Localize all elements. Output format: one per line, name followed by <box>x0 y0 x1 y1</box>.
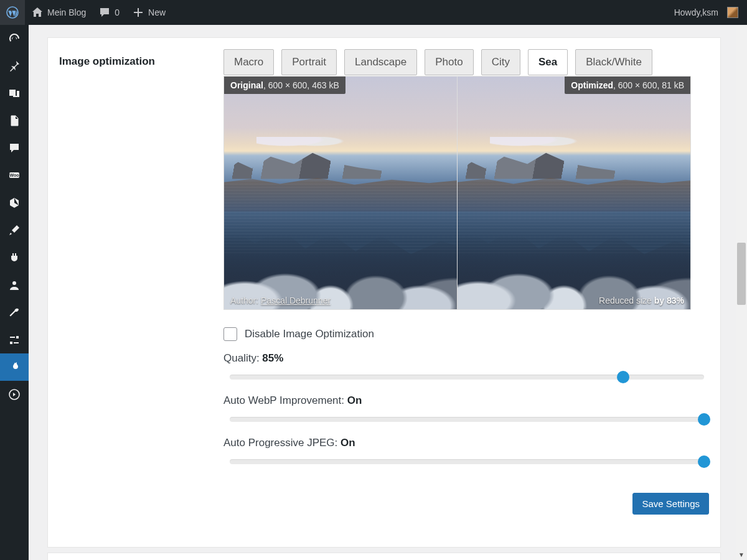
webp-slider[interactable] <box>230 413 704 426</box>
settings-panel: Image optimization MacroPortraitLandscap… <box>47 37 721 548</box>
svg-point-3 <box>12 281 16 285</box>
admin-menu: Woo <box>0 25 29 560</box>
webp-slider-thumb[interactable] <box>698 413 710 426</box>
site-name-menu[interactable]: Mein Blog <box>25 0 92 25</box>
image-optimized: Optimized, 600 × 600, 81 kB Reduced size… <box>457 76 691 310</box>
next-panel-peek <box>47 553 721 560</box>
cube-icon <box>7 196 21 210</box>
quality-slider[interactable] <box>230 371 704 383</box>
scroll-down-arrow-icon[interactable]: ▼ <box>736 549 747 560</box>
disable-optimization-row: Disable Image Optimization <box>223 327 709 341</box>
menu-tools[interactable] <box>0 299 29 326</box>
disable-optimization-label: Disable Image Optimization <box>245 328 374 340</box>
sliders-icon <box>7 333 21 347</box>
quality-slider-thumb[interactable] <box>617 371 629 383</box>
save-settings-button[interactable]: Save Settings <box>632 493 709 515</box>
wp-logo-menu[interactable] <box>0 0 25 25</box>
scroll-thumb[interactable] <box>737 243 746 305</box>
comments-count: 0 <box>115 7 120 17</box>
plus-icon <box>132 6 144 19</box>
tab-macro[interactable]: Macro <box>223 49 274 75</box>
optimized-badge: Optimized, 600 × 600, 81 kB <box>565 77 690 94</box>
pin-icon <box>7 59 21 73</box>
tab-photo[interactable]: Photo <box>425 49 473 75</box>
section-main: MacroPortraitLandscapePhotoCitySeaBlack/… <box>223 49 709 515</box>
content-area: Image optimization MacroPortraitLandscap… <box>29 25 736 560</box>
dashboard-icon <box>7 32 21 45</box>
original-badge: Original, 600 × 600, 463 kB <box>224 77 345 94</box>
media-icon <box>7 86 21 100</box>
menu-woocommerce[interactable]: Woo <box>0 162 29 189</box>
comment-icon <box>98 6 111 19</box>
howdy-username: ksm <box>702 7 718 17</box>
comments-menu[interactable]: 0 <box>92 0 126 25</box>
comments-icon <box>7 141 21 155</box>
webp-control: Auto WebP Improvement: On <box>223 394 709 426</box>
plug-icon <box>7 251 21 264</box>
pjpeg-control: Auto Progressive JPEG: On <box>223 437 709 468</box>
pages-icon <box>7 114 21 128</box>
image-original: Original, 600 × 600, 463 kB Author: Pasc… <box>223 76 458 310</box>
disable-optimization-checkbox[interactable] <box>223 327 237 341</box>
menu-posts[interactable] <box>0 52 29 80</box>
avatar[interactable] <box>727 7 738 18</box>
menu-plugins[interactable] <box>0 244 29 271</box>
quality-control: Quality: 85% <box>223 352 709 383</box>
wordpress-icon <box>6 6 19 19</box>
quality-title: Quality: 85% <box>223 352 709 365</box>
reduced-size-caption: Reduced size by 83% <box>593 292 690 309</box>
collapse-icon <box>7 388 21 401</box>
howdy-prefix: Howdy, <box>674 7 703 17</box>
webp-slider-track <box>230 417 704 422</box>
pjpeg-slider-thumb[interactable] <box>698 455 710 468</box>
menu-products[interactable] <box>0 189 29 217</box>
menu-settings[interactable] <box>0 326 29 353</box>
sample-photo-original <box>224 77 457 309</box>
photo-author-caption: Author: Pascal Debrunner <box>224 292 337 309</box>
user-icon <box>7 278 21 292</box>
woocommerce-icon: Woo <box>7 169 21 182</box>
new-content-menu[interactable]: New <box>126 0 172 25</box>
home-icon <box>31 6 44 19</box>
svg-text:Woo: Woo <box>9 173 19 177</box>
menu-dashboard[interactable] <box>0 25 29 52</box>
menu-users[interactable] <box>0 271 29 299</box>
menu-appearance[interactable] <box>0 217 29 244</box>
tab-sea[interactable]: Sea <box>528 49 568 75</box>
new-content-label: New <box>148 7 166 17</box>
wrench-icon <box>7 306 21 319</box>
menu-comments[interactable] <box>0 134 29 162</box>
section-side-label: Image optimization <box>59 49 223 515</box>
flame-icon <box>7 360 21 374</box>
pjpeg-slider[interactable] <box>230 455 704 468</box>
menu-collapse[interactable] <box>0 381 29 408</box>
brush-icon <box>7 223 21 237</box>
webp-title: Auto WebP Improvement: On <box>223 394 709 407</box>
tab-city[interactable]: City <box>481 49 520 75</box>
photo-author-link[interactable]: Pascal Debrunner <box>261 296 331 306</box>
tab-landscape[interactable]: Landscape <box>344 49 417 75</box>
menu-pages[interactable] <box>0 107 29 134</box>
tab-portrait[interactable]: Portrait <box>281 49 337 75</box>
my-account-menu[interactable]: Howdy, ksm <box>668 0 722 25</box>
pjpeg-slider-track <box>230 459 704 464</box>
site-name-label: Mein Blog <box>47 7 86 17</box>
tab-black-white[interactable]: Black/White <box>575 49 652 75</box>
quality-slider-track <box>230 375 704 380</box>
sample-photo-optimized <box>458 77 690 309</box>
pjpeg-title: Auto Progressive JPEG: On <box>223 437 709 449</box>
image-compare: Original, 600 × 600, 463 kB Author: Pasc… <box>223 76 709 310</box>
admin-toolbar: Mein Blog 0 New Howdy, ksm <box>0 0 747 25</box>
menu-optimization-plugin[interactable] <box>0 353 29 381</box>
section-title: Image optimization <box>59 55 223 68</box>
menu-media[interactable] <box>0 80 29 107</box>
image-type-tabs: MacroPortraitLandscapePhotoCitySeaBlack/… <box>223 49 709 75</box>
page-scrollbar[interactable]: ▲ ▼ <box>736 0 747 560</box>
